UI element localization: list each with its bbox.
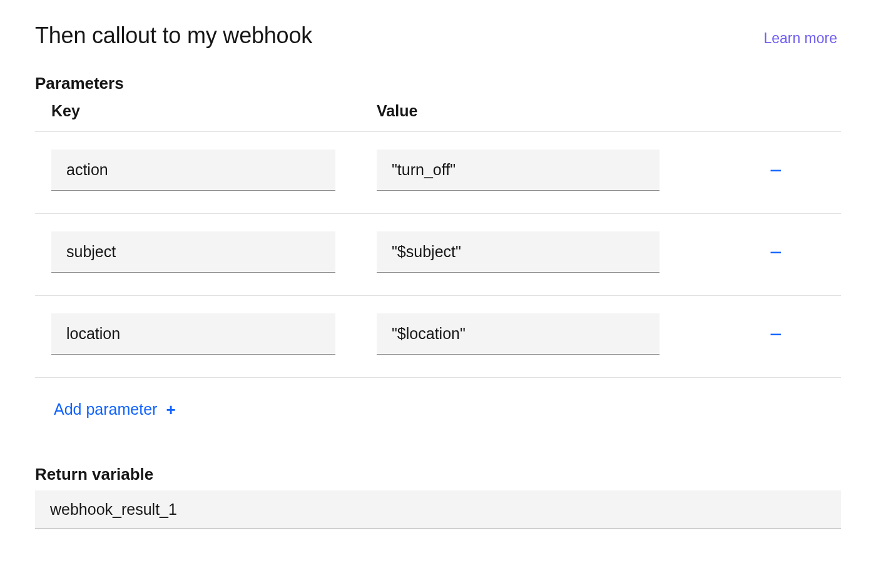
minus-icon: − bbox=[770, 241, 782, 263]
parameter-value-input[interactable] bbox=[377, 231, 660, 273]
return-variable-input[interactable] bbox=[35, 490, 841, 529]
title-row: Then callout to my webhook Learn more bbox=[35, 23, 841, 49]
remove-parameter-button[interactable]: − bbox=[765, 159, 787, 181]
parameter-key-input[interactable] bbox=[51, 313, 335, 355]
plus-icon: + bbox=[166, 402, 175, 418]
parameter-value-input[interactable] bbox=[377, 150, 660, 191]
add-parameter-label: Add parameter bbox=[54, 400, 157, 418]
remove-parameter-button[interactable]: − bbox=[765, 241, 787, 263]
minus-icon: − bbox=[770, 160, 782, 181]
return-variable-label: Return variable bbox=[35, 465, 841, 484]
table-row: − bbox=[35, 132, 841, 214]
parameter-key-input[interactable] bbox=[51, 231, 335, 273]
column-header-key: Key bbox=[51, 102, 377, 120]
parameters-table: Key Value − − − bbox=[35, 102, 841, 378]
parameters-section-label: Parameters bbox=[35, 74, 841, 93]
parameter-key-input[interactable] bbox=[51, 150, 335, 191]
column-header-value: Value bbox=[377, 102, 841, 120]
parameter-value-input[interactable] bbox=[377, 313, 660, 355]
parameters-header-row: Key Value bbox=[35, 102, 841, 132]
return-variable-section: Return variable bbox=[35, 465, 841, 529]
webhook-config-panel: Then callout to my webhook Learn more Pa… bbox=[0, 0, 876, 588]
learn-more-link[interactable]: Learn more bbox=[763, 30, 837, 47]
add-parameter-button[interactable]: Add parameter + bbox=[35, 378, 176, 418]
page-title: Then callout to my webhook bbox=[35, 23, 312, 49]
table-row: − bbox=[35, 296, 841, 378]
remove-parameter-button[interactable]: − bbox=[765, 323, 787, 345]
minus-icon: − bbox=[770, 323, 782, 345]
table-row: − bbox=[35, 214, 841, 296]
